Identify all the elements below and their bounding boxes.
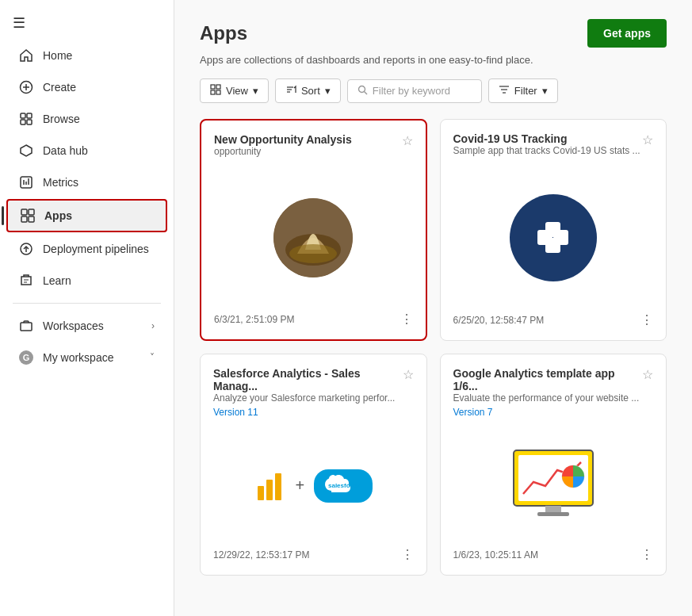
- sort-chevron-icon: ▾: [325, 85, 331, 97]
- metrics-icon: [19, 175, 33, 189]
- sidebar-item-my-workspace[interactable]: G My workspace ˅: [6, 342, 167, 373]
- svg-rect-6: [27, 120, 32, 124]
- app-card-2[interactable]: Salesforce Analytics - Sales Manag... An…: [200, 354, 427, 576]
- sort-label: Sort: [301, 85, 320, 97]
- view-grid-icon: [210, 84, 221, 98]
- sidebar-item-browse-label: Browse: [43, 113, 80, 125]
- sort-button[interactable]: Sort ▾: [275, 78, 341, 103]
- card-0-image: [214, 163, 413, 312]
- sidebar-item-create[interactable]: Create: [6, 72, 167, 102]
- sidebar-item-workspaces[interactable]: Workspaces ›: [6, 311, 167, 341]
- main-content: Apps Get apps Apps are collections of da…: [174, 0, 692, 616]
- card-0-more-icon[interactable]: ⋮: [400, 312, 413, 327]
- sidebar-item-my-workspace-label: My workspace: [43, 351, 113, 364]
- filter-button[interactable]: Filter ▾: [488, 78, 558, 103]
- svg-rect-21: [211, 85, 215, 89]
- sidebar-item-workspaces-label: Workspaces: [43, 319, 104, 332]
- svg-rect-39: [545, 238, 560, 253]
- sidebar-item-metrics-label: Metrics: [43, 176, 78, 189]
- card-1-more-icon[interactable]: ⋮: [640, 312, 653, 327]
- app-card-0[interactable]: New Opportunity Analysis opportunity ☆: [200, 119, 427, 341]
- svg-rect-3: [21, 113, 25, 118]
- filter-chevron-icon: ▾: [542, 85, 548, 97]
- card-0-photo: [273, 198, 353, 277]
- sidebar-item-apps[interactable]: Apps: [6, 199, 167, 232]
- svg-rect-20: [21, 323, 32, 331]
- svg-rect-42: [275, 473, 281, 500]
- card-3-image: [453, 424, 654, 547]
- svg-line-29: [364, 91, 367, 94]
- page-subtitle: Apps are collections of dashboards and r…: [200, 54, 667, 66]
- sidebar: ☰ Home Create Bro: [0, 0, 174, 616]
- sidebar-item-data-hub[interactable]: Data hub: [6, 136, 167, 166]
- svg-rect-48: [537, 512, 569, 516]
- page-title: Apps: [200, 22, 247, 44]
- svg-rect-41: [266, 480, 273, 500]
- card-2-star-icon[interactable]: ☆: [403, 367, 414, 382]
- card-1-star-icon[interactable]: ☆: [642, 132, 653, 147]
- card-1-image: [453, 163, 654, 312]
- card-3-more-icon[interactable]: ⋮: [640, 547, 653, 562]
- card-1-subtitle: Sample app that tracks Covid-19 US stats…: [453, 145, 640, 156]
- card-0-star-icon[interactable]: ☆: [402, 133, 413, 148]
- my-workspace-arrow-icon: ˅: [150, 352, 155, 363]
- toolbar: View ▾ Sort ▾ Filter by: [200, 78, 667, 103]
- sidebar-item-learn-label: Learn: [43, 274, 71, 287]
- card-2-date: 12/29/22, 12:53:17 PM: [213, 549, 309, 561]
- sidebar-item-learn[interactable]: Learn: [6, 266, 167, 296]
- svg-text:salesforce: salesforce: [328, 482, 360, 489]
- svg-rect-23: [211, 90, 215, 94]
- svg-rect-22: [216, 85, 220, 89]
- sidebar-item-home[interactable]: Home: [6, 40, 167, 71]
- svg-point-28: [358, 86, 365, 92]
- card-3-version: Version 7: [453, 407, 643, 418]
- card-2-image: + salesforce: [213, 424, 414, 547]
- sidebar-item-create-label: Create: [43, 81, 76, 94]
- salesforce-logo: + salesforce: [254, 469, 373, 503]
- svg-rect-47: [545, 506, 561, 512]
- hamburger-icon[interactable]: ☰: [0, 6, 174, 40]
- plus-connector-icon: +: [295, 476, 304, 495]
- card-3-title: Google Analytics template app 1/6...: [453, 367, 643, 392]
- card-0-date: 6/3/21, 2:51:09 PM: [214, 314, 294, 325]
- svg-rect-40: [258, 486, 264, 500]
- card-3-subtitle: Evaluate the performance of your website…: [453, 392, 643, 404]
- app-card-1[interactable]: Covid-19 US Tracking Sample app that tra…: [440, 119, 667, 341]
- svg-rect-14: [21, 216, 27, 222]
- sidebar-divider: [13, 303, 161, 304]
- filter-icon: [499, 84, 510, 98]
- card-2-title: Salesforce Analytics - Sales Manag...: [213, 367, 403, 392]
- browse-icon: [19, 112, 33, 126]
- app-card-3[interactable]: Google Analytics template app 1/6... Eva…: [440, 354, 667, 576]
- page-header: Apps Get apps: [200, 19, 667, 48]
- card-2-subtitle: Analyze your Salesforce marketing perfor…: [213, 392, 403, 404]
- svg-rect-5: [21, 120, 25, 124]
- svg-rect-4: [27, 113, 32, 118]
- sidebar-item-apps-label: Apps: [44, 209, 72, 222]
- svg-rect-15: [29, 216, 34, 222]
- view-button[interactable]: View ▾: [200, 78, 269, 103]
- view-label: View: [226, 85, 248, 97]
- workspaces-icon: [19, 319, 33, 333]
- card-3-star-icon[interactable]: ☆: [642, 367, 653, 382]
- sidebar-item-metrics[interactable]: Metrics: [6, 167, 167, 197]
- sidebar-item-browse[interactable]: Browse: [6, 104, 167, 134]
- create-icon: [19, 80, 33, 94]
- get-apps-button[interactable]: Get apps: [587, 19, 667, 48]
- home-icon: [19, 48, 33, 63]
- sidebar-item-home-label: Home: [43, 49, 72, 62]
- card-1-date: 6/25/20, 12:58:47 PM: [453, 315, 545, 326]
- card-2-more-icon[interactable]: ⋮: [401, 547, 414, 562]
- apps-grid: New Opportunity Analysis opportunity ☆: [200, 119, 667, 576]
- deployment-icon: [19, 242, 33, 256]
- sidebar-item-deployment[interactable]: Deployment pipelines: [6, 234, 167, 264]
- data-hub-icon: [19, 143, 33, 158]
- learn-icon: [19, 274, 33, 288]
- svg-rect-13: [29, 209, 34, 215]
- salesforce-cloud-logo: salesforce: [314, 469, 373, 503]
- svg-point-35: [289, 244, 337, 263]
- keyword-filter-input[interactable]: Filter by keyword: [347, 79, 482, 103]
- filter-label: Filter: [514, 85, 537, 97]
- sidebar-item-deployment-label: Deployment pipelines: [43, 243, 149, 255]
- apps-icon: [21, 209, 35, 223]
